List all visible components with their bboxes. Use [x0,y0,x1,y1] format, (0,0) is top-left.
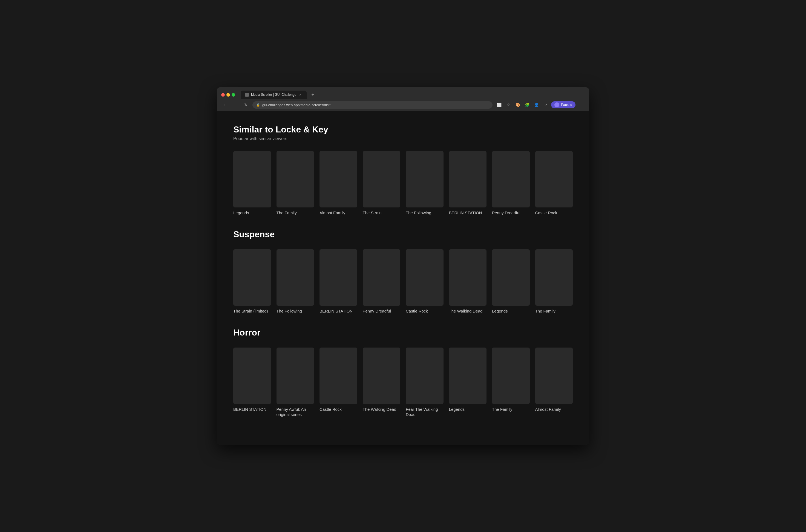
media-card [406,151,444,207]
cast-icon[interactable]: ⬜ [495,101,503,109]
media-title: Penny Awful: An original series [277,407,314,417]
bookmark-icon[interactable]: ☆ [505,101,512,109]
media-title: Legends [233,210,271,216]
toolbar-actions: ⬜ ☆ 🎨 🧩 👤 ↗ Paused ⋮ [495,101,585,109]
media-card [535,151,573,207]
page-content: Similar to Locke & Key Popular with simi… [217,111,589,445]
paused-badge[interactable]: Paused [551,101,576,108]
media-card [319,347,357,404]
media-card [233,347,271,404]
list-item[interactable]: Legends [233,151,271,216]
section-similar: Similar to Locke & Key Popular with simi… [233,125,573,216]
new-tab-button[interactable]: + [309,91,317,98]
section-horror-title: Horror [233,327,573,338]
address-bar[interactable]: 🔒 gui-challenges.web.app/media-scroller/… [252,101,492,109]
list-item[interactable]: The Following [406,151,444,216]
list-item[interactable]: Penny Dreadful [492,151,530,216]
media-card [319,151,357,207]
media-card [319,249,357,306]
tab-favicon-icon [245,93,249,97]
media-card [449,151,487,207]
list-item[interactable]: Penny Dreadful [363,249,400,314]
media-card [492,347,530,404]
browser-toolbar: ← → ↻ 🔒 gui-challenges.web.app/media-scr… [217,99,589,111]
media-title: BERLIN STATION [449,210,487,216]
list-item[interactable]: BERLIN STATION [319,249,357,314]
list-item[interactable]: The Walking Dead [449,249,487,314]
media-title: Almost Family [319,210,357,216]
list-item[interactable]: Legends [449,347,487,417]
maximize-window-button[interactable] [231,93,235,97]
list-item[interactable]: BERLIN STATION [449,151,487,216]
section-similar-subtitle: Popular with similar viewers [233,136,573,141]
section-suspense: Suspense The Strain (limited) The Follow… [233,229,573,314]
url-text: gui-challenges.web.app/media-scroller/di… [262,103,331,107]
list-item[interactable]: Almost Family [319,151,357,216]
media-title: Castle Rock [406,308,444,314]
similar-grid: Legends The Family Almost Family The Str… [233,151,573,216]
list-item[interactable]: Castle Rock [406,249,444,314]
media-card [449,347,487,404]
active-tab[interactable]: Media Scroller | GUI Challenge ✕ [241,91,307,99]
media-card [492,249,530,306]
media-title: The Strain [363,210,400,216]
media-title: The Family [492,407,530,412]
media-title: The Family [535,308,573,314]
list-item[interactable]: Penny Awful: An original series [277,347,314,417]
media-title: The Following [406,210,444,216]
user-icon[interactable]: 👤 [532,101,540,109]
media-card [277,347,314,404]
close-window-button[interactable] [221,93,225,97]
list-item[interactable]: Legends [492,249,530,314]
list-item[interactable]: Fear The Walking Dead [406,347,444,417]
browser-menu-button[interactable]: ⋮ [577,101,585,109]
section-suspense-title: Suspense [233,229,573,240]
list-item[interactable]: The Strain (limited) [233,249,271,314]
list-item[interactable]: Castle Rock [535,151,573,216]
media-card [233,249,271,306]
list-item[interactable]: The Family [535,249,573,314]
back-button[interactable]: ← [221,101,229,109]
list-item[interactable]: The Family [492,347,530,417]
list-item[interactable]: The Family [277,151,314,216]
color-icon[interactable]: 🎨 [514,101,522,109]
media-card [363,249,400,306]
list-item[interactable]: Castle Rock [319,347,357,417]
list-item[interactable]: The Strain [363,151,400,216]
media-title: Legends [492,308,530,314]
media-card [277,249,314,306]
media-card [233,151,271,207]
media-card [449,249,487,306]
suspense-grid: The Strain (limited) The Following BERLI… [233,249,573,314]
section-horror: Horror BERLIN STATION Penny Awful: An or… [233,327,573,417]
minimize-window-button[interactable] [226,93,230,97]
list-item[interactable]: Almost Family [535,347,573,417]
section-similar-title: Similar to Locke & Key [233,125,573,135]
list-item[interactable]: BERLIN STATION [233,347,271,417]
share-icon[interactable]: ↗ [542,101,549,109]
media-card [535,249,573,306]
traffic-lights [221,93,235,97]
list-item[interactable]: The Following [277,249,314,314]
puzzle-icon[interactable]: 🧩 [523,101,531,109]
list-item[interactable]: The Walking Dead [363,347,400,417]
browser-window: Media Scroller | GUI Challenge ✕ + ← → ↻… [217,87,589,445]
media-title: Penny Dreadful [492,210,530,216]
media-title: The Walking Dead [449,308,487,314]
media-title: The Walking Dead [363,407,400,412]
media-card [277,151,314,207]
tabs-row: Media Scroller | GUI Challenge ✕ + [221,91,585,99]
lock-icon: 🔒 [256,103,260,107]
media-title: BERLIN STATION [319,308,357,314]
media-title: BERLIN STATION [233,407,271,412]
refresh-button[interactable]: ↻ [242,101,250,109]
media-title: Castle Rock [319,407,357,412]
forward-button[interactable]: → [231,101,239,109]
paused-avatar [555,102,559,107]
media-card [406,347,444,404]
media-title: The Following [277,308,314,314]
media-title: Legends [449,407,487,412]
tab-close-button[interactable]: ✕ [298,93,302,97]
media-title: Fear The Walking Dead [406,407,444,417]
media-title: Castle Rock [535,210,573,216]
